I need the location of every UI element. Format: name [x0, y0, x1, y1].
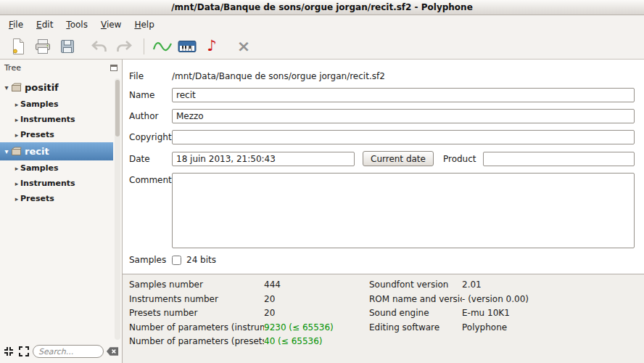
summary-value: Polyphone: [462, 321, 644, 335]
title-bar[interactable]: /mnt/Data/Banque de sons/orgue jorgan/re…: [0, 0, 644, 15]
virtual-keyboard-icon: [178, 39, 197, 54]
summary-label: Presets number: [129, 306, 264, 321]
summary-label: ROM name and version: [369, 293, 462, 307]
tree-item-positif[interactable]: ▾ positif: [0, 78, 113, 97]
tree-item-samples[interactable]: ▸ Samples: [0, 97, 113, 112]
date-row: Date Current date Product: [129, 151, 635, 166]
author-input[interactable]: [172, 109, 635, 123]
summary-empty-cell: [369, 335, 462, 349]
product-label: Product: [443, 154, 476, 164]
recorder-button[interactable]: ♪: [201, 36, 223, 57]
tree-item-presets[interactable]: ▸ Presets: [0, 127, 113, 142]
collapsed-arrow-icon[interactable]: ▸: [10, 195, 20, 203]
collapsed-arrow-icon[interactable]: ▸: [10, 165, 20, 172]
tree-item-label: Instruments: [20, 179, 75, 188]
expanded-arrow-icon[interactable]: ▾: [0, 147, 10, 155]
tree-panel: Tree ▾ positif ▸ Samples: [0, 60, 123, 363]
collapse-all-button[interactable]: [2, 345, 15, 358]
tree-item-label: Samples: [20, 99, 58, 109]
summary-label: Editing software: [369, 321, 462, 335]
file-row: File /mnt/Data/Banque de sons/orgue jorg…: [129, 71, 635, 81]
file-path-value: /mnt/Data/Banque de sons/orgue jorgan/re…: [172, 71, 385, 81]
tree-scrollbar[interactable]: [115, 78, 120, 340]
virtual-keyboard-button[interactable]: [176, 36, 198, 57]
expand-all-icon: [18, 346, 30, 357]
sine-wave-icon: [153, 40, 172, 53]
collapsed-arrow-icon[interactable]: ▸: [10, 180, 20, 187]
comments-textarea[interactable]: [172, 173, 635, 248]
summary-panel: Samples number 444 Soundfont version 2.0…: [123, 274, 644, 363]
clear-search-button[interactable]: [106, 345, 119, 358]
scrollbar-thumb[interactable]: [115, 80, 120, 136]
tree-panel-title: Tree: [4, 63, 21, 73]
summary-label: Instruments number: [129, 293, 264, 307]
toolbar-separator: [144, 38, 144, 54]
close-file-button[interactable]: ×: [233, 36, 255, 57]
summary-value-ok: 40 (≤ 65536): [264, 335, 369, 349]
collapsed-arrow-icon[interactable]: ▸: [10, 101, 20, 108]
name-input[interactable]: [172, 88, 635, 102]
new-file-icon: [11, 38, 25, 55]
tree-item-instruments[interactable]: ▸ Instruments: [0, 112, 113, 127]
summary-label: Samples number: [129, 278, 264, 293]
menu-edit[interactable]: Edit: [30, 17, 59, 32]
print-button[interactable]: [32, 36, 54, 57]
summary-label: Soundfont version: [369, 278, 462, 293]
redo-button[interactable]: [113, 36, 135, 57]
file-label: File: [129, 71, 172, 81]
summary-value: - (version 0.00): [462, 293, 644, 307]
date-label: Date: [129, 154, 172, 164]
tree-footer: [0, 343, 122, 363]
menu-file[interactable]: File: [2, 17, 30, 32]
product-input[interactable]: [483, 152, 635, 166]
tree-item-instruments[interactable]: ▸ Instruments: [0, 176, 113, 191]
summary-empty-cell: [462, 335, 644, 349]
collapsed-arrow-icon[interactable]: ▸: [10, 116, 20, 123]
tree-panel-header: Tree: [0, 60, 122, 74]
tree-item-samples[interactable]: ▸ Samples: [0, 160, 113, 176]
search-input[interactable]: [33, 345, 104, 358]
expand-all-button[interactable]: [17, 345, 30, 358]
clear-search-icon: [106, 346, 119, 356]
polyphone-window: /mnt/Data/Banque de sons/orgue jorgan/re…: [0, 0, 644, 363]
sine-wave-button[interactable]: [152, 36, 173, 57]
tree-item-presets[interactable]: ▸ Presets: [0, 191, 113, 206]
soundfont-icon: [11, 147, 22, 156]
undo-button[interactable]: [88, 36, 110, 57]
current-date-button[interactable]: Current date: [363, 151, 434, 166]
expanded-arrow-icon[interactable]: ▾: [0, 83, 10, 91]
name-label: Name: [129, 90, 172, 100]
redo-icon: [115, 39, 133, 54]
summary-value: E-mu 10K1: [462, 306, 644, 321]
24bits-checkbox[interactable]: [172, 256, 181, 265]
tree-item-label: positif: [25, 82, 59, 93]
copyright-input[interactable]: [172, 130, 635, 144]
tree-item-recit[interactable]: ▾ recit: [0, 142, 113, 160]
menu-tools[interactable]: Tools: [59, 17, 94, 32]
collapse-all-icon: [3, 346, 15, 357]
comments-label: Comments: [129, 173, 172, 185]
save-button[interactable]: [57, 36, 78, 57]
tree-item-label: Presets: [20, 130, 54, 139]
menu-view[interactable]: View: [94, 17, 128, 32]
name-row: Name: [129, 88, 635, 102]
24bits-label: 24 bits: [186, 255, 216, 265]
summary-value: 20: [264, 293, 369, 307]
new-file-button[interactable]: [7, 36, 29, 57]
summary-value: 20: [264, 306, 369, 321]
summary-label: Number of parameters (instruments): [129, 321, 264, 335]
summary-label: Number of parameters (presets): [129, 335, 264, 349]
summary-grid: Samples number 444 Soundfont version 2.0…: [129, 278, 644, 349]
collapsed-arrow-icon[interactable]: ▸: [10, 131, 20, 139]
summary-label: Sound engine: [369, 306, 462, 321]
tree: ▾ positif ▸ Samples ▸ Instruments: [0, 74, 122, 343]
date-input[interactable]: [172, 152, 355, 166]
samples-label: Samples: [129, 255, 172, 265]
soundfont-icon: [11, 83, 22, 92]
author-row: Author: [129, 109, 635, 123]
author-label: Author: [129, 111, 172, 121]
tree-item-label: Instruments: [20, 115, 75, 124]
float-panel-button[interactable]: [110, 65, 117, 71]
tree-item-label: recit: [25, 146, 49, 157]
menu-help[interactable]: Help: [128, 17, 160, 32]
